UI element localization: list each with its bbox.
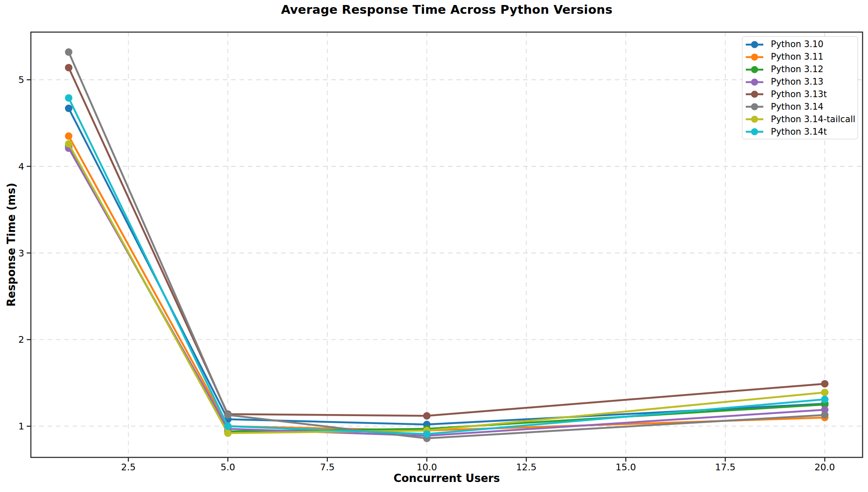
- y-tick-label: 5: [18, 75, 24, 85]
- series-line: [69, 144, 825, 433]
- data-point: [65, 140, 73, 148]
- legend-item-python-3-10: Python 3.10: [742, 38, 858, 51]
- series-python-3-11: [65, 132, 829, 434]
- y-tick-label: 1: [18, 421, 24, 432]
- chart-figure: Average Response Time Across Python Vers…: [0, 0, 868, 492]
- legend-item-python-3-12: Python 3.12: [742, 63, 858, 76]
- legend-label: Python 3.13t: [771, 90, 827, 99]
- legend-label: Python 3.10: [771, 40, 823, 49]
- data-point: [65, 132, 73, 140]
- data-point: [65, 64, 73, 71]
- legend-marker-python-3-11: [745, 53, 764, 61]
- legend-item-python-3-11: Python 3.11: [742, 51, 858, 63]
- y-tick-label: 4: [18, 161, 24, 172]
- legend-item-python-3-13t: Python 3.13t: [742, 88, 858, 101]
- y-tick-label: 3: [18, 248, 24, 259]
- data-point: [821, 411, 828, 419]
- data-point: [65, 48, 73, 56]
- axes-frame: [31, 32, 863, 457]
- series-python-3-13: [65, 144, 829, 439]
- legend-marker-python-3-14: [745, 103, 764, 111]
- data-point: [821, 380, 828, 387]
- series-line: [69, 68, 825, 416]
- legend-item-python-3-14-tailcall: Python 3.14-tailcall: [742, 113, 858, 126]
- data-point: [65, 94, 73, 102]
- legend-marker-python-3-13: [745, 78, 764, 86]
- legend-label: Python 3.14-tailcall: [771, 115, 855, 124]
- legend-item-python-3-14t: Python 3.14t: [742, 126, 858, 138]
- legend-marker-python-3-14t: [745, 128, 764, 136]
- gridlines: [31, 32, 863, 457]
- series-line: [69, 108, 825, 424]
- series-python-3-14t: [65, 94, 829, 438]
- data-point: [65, 105, 73, 112]
- data-point: [224, 422, 231, 430]
- data-point: [821, 389, 828, 396]
- legend-marker-python-3-13t: [745, 90, 764, 98]
- series-python-3-13t: [65, 64, 829, 419]
- y-tick-label: 2: [18, 334, 24, 345]
- legend-item-python-3-14: Python 3.14: [742, 100, 858, 113]
- series-line: [69, 136, 825, 430]
- legend-marker-python-3-14-tailcall: [745, 115, 764, 123]
- legend-label: Python 3.11: [771, 53, 823, 61]
- data-point: [224, 429, 231, 437]
- series-line: [69, 146, 825, 431]
- x-tick-label: 5.0: [221, 462, 235, 472]
- x-tick-label: 7.5: [320, 462, 335, 472]
- x-tick-label: 17.5: [715, 462, 735, 472]
- legend-label: Python 3.12: [771, 65, 823, 74]
- plot-area: 2.55.07.510.012.515.017.520.012345: [0, 0, 868, 492]
- series-line: [69, 98, 825, 434]
- x-tick-label: 2.5: [121, 462, 136, 472]
- legend-label: Python 3.14: [771, 103, 823, 111]
- series-line: [69, 52, 825, 439]
- legend-label: Python 3.13: [771, 78, 823, 86]
- legend-label: Python 3.14t: [771, 128, 827, 136]
- legend-item-python-3-13: Python 3.13: [742, 76, 858, 88]
- legend-marker-python-3-10: [745, 40, 764, 49]
- x-tick-label: 15.0: [616, 462, 636, 472]
- x-tick-label: 10.0: [417, 462, 437, 472]
- data-point: [224, 411, 231, 419]
- data-point: [423, 430, 430, 438]
- x-tick-label: 12.5: [516, 462, 536, 472]
- series-python-3-10: [65, 105, 829, 428]
- series-python-3-14: [65, 48, 829, 442]
- data-point: [423, 412, 430, 419]
- legend-marker-python-3-12: [745, 65, 764, 74]
- x-tick-label: 20.0: [815, 462, 835, 472]
- series-python-3-12: [65, 143, 829, 435]
- data-point: [821, 396, 828, 403]
- legend: Python 3.10Python 3.11Python 3.12Python …: [742, 36, 858, 139]
